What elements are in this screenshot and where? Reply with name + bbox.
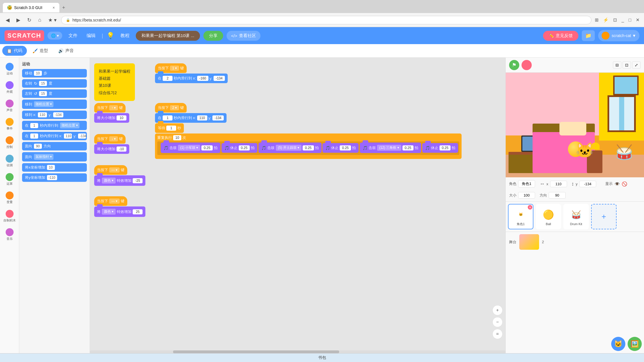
new-tab-btn[interactable]: + <box>59 3 68 12</box>
menu-tutorials[interactable]: 教程 <box>118 31 132 40</box>
glide-block-6[interactable]: 在 1 秒内滑行到 x: 110 y: -134 <box>155 113 227 123</box>
size-val[interactable]: 100 <box>518 192 535 199</box>
block-goto[interactable]: 移到 随机位置 ▾ <box>22 100 87 109</box>
drum-block-1[interactable]: 🎵 击鼓 (1) 小军鼓 ▾ 0.25 拍 <box>161 143 220 153</box>
palette-sensing[interactable]: 侦测 <box>1 152 18 170</box>
rest-block-3[interactable]: 🎵 休止 0.25 拍 <box>422 143 458 153</box>
tab-code[interactable]: 📋 代码 <box>2 46 27 56</box>
block-move[interactable]: 移动 10 步 <box>22 69 87 77</box>
browser-icon-3[interactable]: ⊡ <box>612 16 618 24</box>
drum-block-3[interactable]: 🎵 击鼓 (12) 三角铁 ▾ 0.25 拍 <box>360 143 421 153</box>
menu-edit[interactable]: 编辑 <box>84 31 98 40</box>
back-btn[interactable]: ◀ <box>3 16 12 24</box>
block-glide-xy[interactable]: 在 1 秒内滑行到 x: 110 y: -134 <box>22 132 87 140</box>
palette-variables[interactable]: 变量 <box>1 189 18 206</box>
fullscreen-btn[interactable]: ⤢ <box>632 61 641 69</box>
drum-block-2[interactable]: 🎵 击鼓 (5) 开土踩鼓 ▾ 0.25 拍 <box>259 143 322 153</box>
sprite-item-1[interactable]: 🟡 Ball <box>536 204 561 229</box>
small-stage-btn[interactable]: ⊟ <box>613 61 621 69</box>
block-face-mouse[interactable]: 面向 鼠标指针 ▾ <box>22 152 87 161</box>
browser-icon-1[interactable]: ⊞ <box>594 16 600 24</box>
favorites-btn[interactable]: ★ ▾ <box>46 16 59 24</box>
block-goto-xy[interactable]: 移到 x: 110 y: -134 <box>22 111 87 119</box>
size-block-2[interactable]: 将大小增加 10 <box>94 113 129 123</box>
glide-block-1[interactable]: 在 2 秒内滑行到 x: -160 y: -134 <box>155 74 228 83</box>
stack-3[interactable]: 当按下 ↓ ▾ 键 将大小增加 -10 <box>94 134 129 154</box>
palette-operators[interactable]: 运算 <box>1 171 18 188</box>
green-flag-btn[interactable]: ⚑ <box>509 60 519 70</box>
x-val[interactable]: 110 <box>550 181 567 187</box>
browser-icon-2[interactable]: ⚡ <box>602 16 610 24</box>
palette-control[interactable]: 控制 <box>1 134 18 151</box>
palette-custom[interactable]: 自制积木 <box>1 208 18 225</box>
tutorials-icon[interactable]: 💡 <box>107 32 114 39</box>
add-bg-btn[interactable]: 🖼️ <box>628 337 642 351</box>
block-glide-random[interactable]: 在 1 秒内滑行到 随机位置 ▾ <box>22 121 87 130</box>
tab-costume[interactable]: 🖌️ 造型 <box>28 46 53 56</box>
h-scrollbar[interactable] <box>90 350 505 353</box>
normal-stage-btn[interactable]: ⊡ <box>623 61 631 69</box>
scratch-topbar: SCRATCH 🌐 ▾ 文件 编辑 | 💡 教程 和果果一起学编程 第10课 .… <box>0 27 644 44</box>
topbar-right: ✏️ 意见反馈 📁 scratch-cat ▼ <box>543 30 639 41</box>
palette-events[interactable]: 事件 <box>1 116 18 133</box>
folder-btn[interactable]: 📁 <box>582 30 595 41</box>
scratch-logo[interactable]: SCRATCH <box>5 30 44 41</box>
refresh-btn[interactable]: ↻ <box>25 16 34 24</box>
palette-music[interactable]: 音乐 <box>1 226 18 243</box>
dir-val[interactable]: 90 <box>549 192 566 199</box>
user-btn[interactable]: scratch-cat ▼ <box>598 30 639 41</box>
zoom-in-btn[interactable]: + <box>492 305 503 315</box>
sprite-del-0[interactable]: ✕ <box>528 205 532 210</box>
address-bar[interactable]: 🔒 https://beta.scratch.mit.edu/ <box>61 16 592 24</box>
browser-icon-minimize[interactable]: _ <box>620 16 625 24</box>
feedback-btn[interactable]: ✏️ 意见反馈 <box>543 31 578 41</box>
active-tab[interactable]: 🐱 Scratch 3.0 GUI × <box>3 3 59 12</box>
palette-looks[interactable]: 外观 <box>1 79 18 96</box>
community-btn[interactable]: </> 查看社区 <box>227 31 260 41</box>
zoom-fit-btn[interactable]: = <box>492 329 503 339</box>
menu-file[interactable]: 文件 <box>66 31 80 40</box>
add-sprite-btn[interactable]: 🐱 <box>611 337 625 351</box>
stack-6[interactable]: 当按下 2 ▾ 键 在 1 秒内滑行到 x: 110 y: -134 <box>155 103 462 159</box>
block-change-x[interactable]: 将x坐标增加 10 <box>22 163 87 172</box>
sprite-item-2[interactable]: 🥁 Drum Kit <box>563 204 589 229</box>
stack-4[interactable]: 当按下 — ▾ 键 将 颜色 ▾ 特效增加 -25 <box>94 165 145 186</box>
palette-sound[interactable]: 声音 <box>1 97 18 115</box>
sprite-item-0[interactable]: ✕ 🐱 角色1 <box>508 204 533 229</box>
rest-block-2[interactable]: 🎵 休止 0.25 拍 <box>322 143 358 153</box>
y-val[interactable]: -134 <box>579 181 596 187</box>
note-line-1: 和果果一起学编程 <box>99 68 130 75</box>
zoom-out-btn[interactable]: − <box>492 317 503 327</box>
browser-icon-maximize[interactable]: □ <box>627 16 632 24</box>
hide-btn[interactable]: 🚫 <box>622 181 627 187</box>
palette-motion[interactable]: 运动 <box>1 61 18 78</box>
stack-5[interactable]: 当按下 — ▾ 键 将 颜色 ▾ 特效增加 25 <box>94 196 145 217</box>
lesson-btn[interactable]: 和果果一起学编程 第10课 ... <box>136 31 200 41</box>
note-stack[interactable]: 和果果一起学编程 基础篇 第10课 综合练习2 <box>94 63 135 101</box>
browser-icon-close[interactable]: ✕ <box>635 16 641 24</box>
repeat-block[interactable]: 重复执行 10 次 🎵 击鼓 (1) 小军鼓 ▾ 0.25 <box>155 133 462 159</box>
size-block-3[interactable]: 将大小增加 -10 <box>94 144 129 154</box>
color-block-5[interactable]: 将 颜色 ▾ 特效增加 25 <box>94 206 145 217</box>
stage-thumbnail[interactable] <box>519 234 539 250</box>
stop-btn[interactable] <box>522 60 532 70</box>
rest-block-1[interactable]: 🎵 休止 0.25 拍 <box>221 143 257 153</box>
stack-1[interactable]: 当按下 1 ▾ 键 在 2 秒内滑行到 x: -160 y: -134 <box>155 63 228 83</box>
block-turn-left[interactable]: 左转 ↺ 15 度 <box>22 89 87 98</box>
tab-sound[interactable]: 🔊 声音 <box>54 46 78 56</box>
share-btn[interactable]: 分享 <box>203 31 223 41</box>
lang-btn[interactable]: 🌐 ▾ <box>48 32 62 40</box>
forward-btn[interactable]: ▶ <box>14 16 23 24</box>
block-turn-right[interactable]: 右转 ↻ 15 度 <box>22 79 87 88</box>
show-btn[interactable]: 👁️ <box>614 181 620 187</box>
stack-2[interactable]: 当按下 ↑ ▾ 键 将大小增加 10 <box>94 103 129 123</box>
add-sprite-area[interactable]: + <box>591 204 617 229</box>
code-workspace[interactable]: 和果果一起学编程 基础篇 第10课 综合练习2 当按下 1 ▾ 键 <box>90 58 505 353</box>
wait-block[interactable]: 等待 1 秒 <box>155 123 184 133</box>
block-change-y[interactable]: 将y坐标增加 -110 <box>22 173 87 182</box>
color-block-4[interactable]: 将 颜色 ▾ 特效增加 -25 <box>94 175 145 186</box>
tab-close-btn[interactable]: × <box>53 5 55 10</box>
sprite-name-val[interactable]: 角色1 <box>518 180 535 188</box>
home-btn[interactable]: ⌂ <box>36 16 44 24</box>
block-face-dir[interactable]: 面向 90 方向 <box>22 142 87 150</box>
